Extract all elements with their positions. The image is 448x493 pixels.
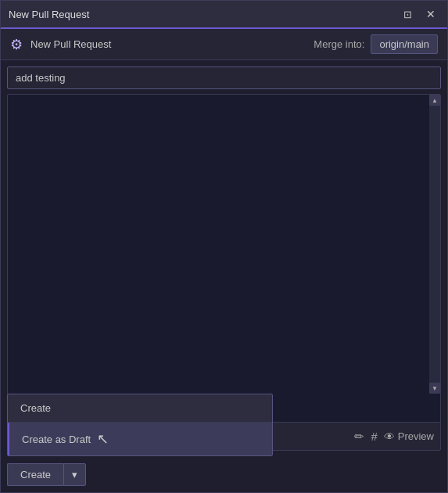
dropdown-create-label: Create [20,402,51,414]
dropdown-arrow-icon: ▾ [72,469,77,480]
scrollbar-track: ▲ ▼ [429,95,440,394]
scrollbar-up-button[interactable]: ▲ [429,95,440,106]
scrollbar-down-button[interactable]: ▼ [429,383,440,394]
title-bar: New Pull Request ⊡ ✕ [1,1,447,29]
cursor-icon: ↖ [97,430,109,448]
merge-into-group: Merge into: origin/main [314,34,438,54]
create-dropdown-menu: Create Create as Draft ↖ [7,394,273,456]
dropdown-draft-label: Create as Draft [22,434,91,445]
dropdown-item-create[interactable]: Create [8,394,272,422]
dropdown-item-create-as-draft[interactable]: Create as Draft ↖ [8,423,272,455]
description-textarea[interactable] [8,95,440,422]
create-button[interactable]: Create [7,463,63,486]
bottom-area: Create Create as Draft ↖ Create ▾ [1,457,447,492]
preview-button[interactable]: 👁 Preview [384,430,434,443]
pr-title-input[interactable] [7,67,441,89]
merge-branch-button[interactable]: origin/main [371,34,438,54]
window-title: New Pull Request [9,9,89,20]
create-dropdown-toggle[interactable]: ▾ [63,463,86,486]
edit-icon[interactable]: ✏ [354,430,364,444]
preview-icon: 👁 [384,430,395,443]
create-button-group: Create ▾ [7,463,140,486]
toolbar: ⚙ New Pull Request Merge into: origin/ma… [1,29,447,60]
toolbar-label: New Pull Request [30,38,111,50]
pin-button[interactable]: ⊡ [399,5,416,23]
pull-request-icon: ⚙ [10,36,23,53]
window: New Pull Request ⊡ ✕ ⚙ New Pull Request … [0,0,448,493]
close-button[interactable]: ✕ [422,5,439,23]
grid-icon[interactable]: # [371,430,377,443]
preview-label: Preview [398,430,434,442]
merge-into-label: Merge into: [314,38,364,50]
title-bar-actions: ⊡ ✕ [399,5,439,23]
close-icon: ✕ [426,8,435,20]
pin-icon: ⊡ [403,9,412,20]
title-bar-left: New Pull Request [9,9,89,20]
